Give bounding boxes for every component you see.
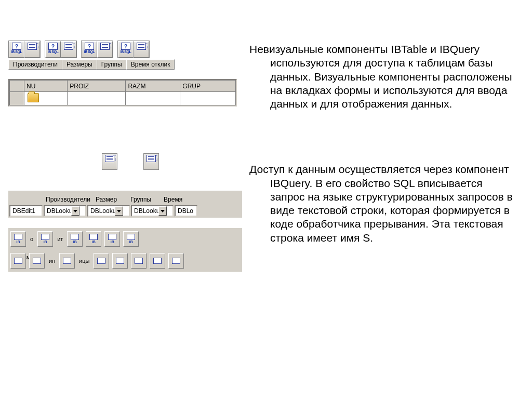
datasource-component-icon[interactable] — [102, 153, 117, 170]
dropdown-button[interactable] — [158, 206, 167, 216]
dblookup-combo[interactable]: DBLooku — [44, 205, 86, 217]
dblookup-combo[interactable]: DBLooku — [87, 205, 130, 217]
partial-label: о — [30, 236, 33, 242]
grid-corner — [10, 81, 24, 92]
grid-header-row: NU PROIZ RAZM GRUP — [10, 81, 236, 92]
tab-strip: Производители Размеры Группы Время откли… — [8, 59, 242, 70]
grid-cell[interactable] — [126, 92, 180, 105]
dropdown-button[interactable] — [71, 206, 79, 216]
datasource-icon[interactable] — [10, 253, 26, 269]
description-text: Невизуальные компоненты IBTable и IBQuer… — [249, 43, 514, 245]
ib-component-icon[interactable]: IB — [104, 231, 120, 247]
partial-label: ит — [57, 236, 63, 242]
folder-icon[interactable] — [28, 93, 39, 102]
datasource-icon[interactable] — [168, 253, 184, 269]
datasource-icon[interactable] — [150, 253, 165, 269]
component-palette-top: IB SQL IB SQL IB SQL IB SQL — [8, 41, 242, 58]
dblookup-combo[interactable]: DBLooku — [131, 205, 174, 217]
table-row[interactable] — [10, 92, 236, 105]
ib-component-icon[interactable]: IB — [86, 231, 101, 247]
data-grid[interactable]: NU PROIZ RAZM GRUP — [8, 79, 237, 107]
component-strip-1: IB о IB ит IB IB IB IB — [8, 228, 242, 250]
datasource-icon[interactable] — [112, 253, 128, 269]
component-pair[interactable]: IB SQL — [117, 41, 150, 58]
grid-header[interactable]: RAZM — [126, 81, 180, 92]
component-pair[interactable]: IB SQL — [81, 41, 113, 58]
datasource-icon[interactable] — [59, 253, 75, 269]
datasource-component-icon[interactable] — [143, 153, 159, 170]
tab-sizes[interactable]: Размеры — [62, 59, 97, 70]
grid-cell[interactable] — [68, 92, 126, 105]
datasource-icon[interactable] — [29, 253, 45, 269]
dropdown-button[interactable] — [115, 206, 123, 216]
row-indicator — [10, 92, 24, 105]
component-pair[interactable]: IB SQL — [45, 41, 77, 58]
left-ui-panel: IB SQL IB SQL IB SQL IB SQL Производител… — [8, 41, 242, 272]
label-size: Размер — [96, 196, 117, 203]
label-time: Время — [164, 196, 182, 203]
dblookup-combo[interactable]: DBLo — [175, 205, 197, 217]
component-strip-2: азмер ип ицы — [8, 250, 242, 272]
grid-header[interactable]: NU — [24, 81, 68, 92]
ib-component-icon[interactable]: IB — [123, 231, 139, 247]
grid-cell[interactable] — [180, 92, 236, 105]
paragraph-1: Невизуальные компоненты IBTable и IBQuer… — [249, 43, 514, 111]
dbedit-field[interactable]: DBEdit1 — [9, 205, 43, 217]
field-labels-row: Производители Размер Группы Время — [8, 191, 242, 204]
label-groups: Группы — [130, 196, 151, 203]
datasource-icon[interactable] — [94, 253, 109, 269]
tab-response-time[interactable]: Время отклик — [126, 59, 175, 70]
grid-cell[interactable] — [24, 92, 68, 105]
datasource-icon[interactable] — [131, 253, 147, 269]
component-pair[interactable]: IB SQL — [8, 41, 41, 58]
label-producers: Производители — [46, 196, 90, 203]
combo-row: DBEdit1 DBLooku DBLooku DBLooku DBLo — [8, 204, 242, 218]
ib-component-icon[interactable]: IB — [67, 231, 83, 247]
ib-component-icon[interactable]: IB — [37, 231, 53, 247]
grid-header[interactable]: PROIZ — [68, 81, 126, 92]
tab-producers[interactable]: Производители — [8, 59, 62, 70]
partial-label: ип — [49, 258, 55, 264]
tab-groups[interactable]: Группы — [97, 59, 127, 70]
paragraph-2: Доступ к данным осуществляется через ком… — [249, 163, 514, 245]
partial-label: ицы — [79, 258, 89, 264]
floating-components — [8, 153, 242, 170]
grid-header[interactable]: GRUP — [180, 81, 236, 92]
ib-component-icon[interactable]: IB — [10, 231, 26, 247]
